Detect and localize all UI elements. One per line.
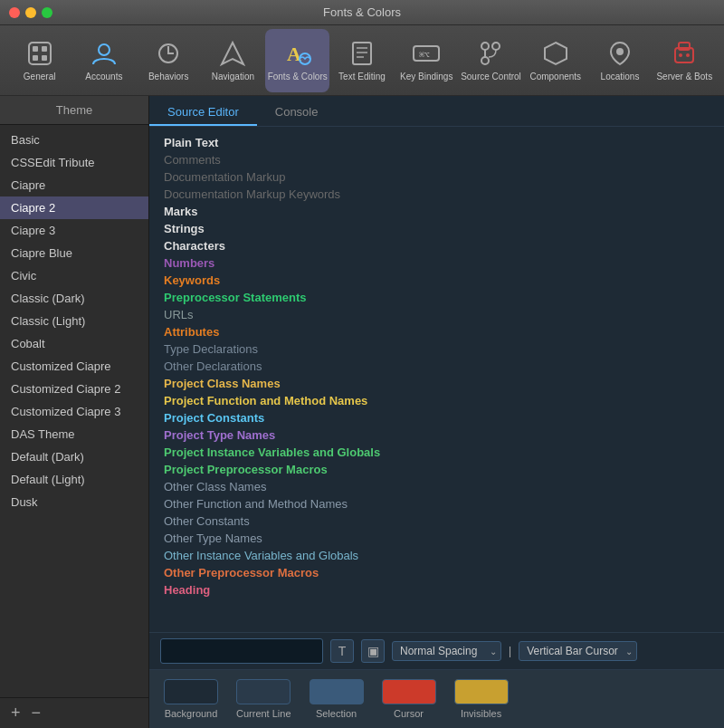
syntax-item-attributes[interactable]: Attributes xyxy=(164,323,710,340)
maximize-button[interactable] xyxy=(42,7,52,18)
syntax-item-preprocessor-statements[interactable]: Preprocessor Statements xyxy=(164,289,710,306)
syntax-item-characters[interactable]: Characters xyxy=(164,237,710,254)
swatch-label-background: Background xyxy=(165,708,218,719)
sidebar-item-das-theme[interactable]: DAS Theme xyxy=(0,423,148,445)
syntax-item-strings[interactable]: Strings xyxy=(164,220,710,237)
svg-point-21 xyxy=(679,53,682,57)
syntax-item-type-declarations[interactable]: Type Declarations xyxy=(164,340,710,358)
add-theme-button[interactable]: + xyxy=(11,704,21,723)
tab-console[interactable]: Console xyxy=(257,100,337,126)
key-bindings-icon: ⌘⌥ xyxy=(412,39,441,68)
toolbar-item-key-bindings[interactable]: ⌘⌥ Key Bindings xyxy=(395,29,459,92)
syntax-item-other-declarations[interactable]: Other Declarations xyxy=(164,358,710,375)
syntax-item-project-type-names[interactable]: Project Type Names xyxy=(164,426,710,444)
syntax-item-project-instance-variables-globals[interactable]: Project Instance Variables and Globals xyxy=(164,444,710,461)
toolbar-item-locations[interactable]: Locations xyxy=(587,29,652,92)
syntax-item-documentation-markup[interactable]: Documentation Markup xyxy=(164,168,710,186)
sidebar-item-ciapre-3[interactable]: Ciapre 3 xyxy=(0,219,148,242)
svg-point-17 xyxy=(481,57,489,64)
title-bar: Fonts & Colors xyxy=(0,0,724,25)
navigation-icon xyxy=(218,39,247,68)
syntax-item-urls[interactable]: URLs xyxy=(164,306,710,323)
toolbar-label-fonts-colors: Fonts & Colors xyxy=(268,72,328,82)
sidebar-item-cssedit-tribute[interactable]: CSSEdit Tribute xyxy=(0,151,148,174)
syntax-item-other-type-names[interactable]: Other Type Names xyxy=(164,530,710,547)
sidebar-item-customized-ciapre[interactable]: Customized Ciapre xyxy=(0,355,148,378)
syntax-item-marks[interactable]: Marks xyxy=(164,203,710,220)
syntax-item-comments[interactable]: Comments xyxy=(164,151,710,168)
sidebar-item-classic-light[interactable]: Classic (Light) xyxy=(0,310,148,332)
sidebar-item-customized-ciapre-3[interactable]: Customized Ciapre 3 xyxy=(0,400,148,423)
svg-point-16 xyxy=(492,43,500,50)
syntax-item-numbers[interactable]: Numbers xyxy=(164,254,710,272)
sidebar-item-ciapre-blue[interactable]: Ciapre Blue xyxy=(0,242,148,264)
toolbar-item-behaviors[interactable]: Behaviors xyxy=(137,29,201,92)
spacing-select[interactable]: Normal SpacingTight SpacingRelaxed Spaci… xyxy=(392,641,501,661)
syntax-item-other-function-method-names[interactable]: Other Function and Method Names xyxy=(164,495,710,512)
svg-rect-0 xyxy=(29,43,51,64)
syntax-list: Plain TextCommentsDocumentation MarkupDo… xyxy=(149,127,724,632)
cursor-select-wrapper: Vertical Bar CursorBlock CursorUnderline… xyxy=(519,641,637,661)
cursor-select[interactable]: Vertical Bar CursorBlock CursorUnderline… xyxy=(519,641,637,661)
font-icon-button[interactable]: T xyxy=(330,639,354,663)
sidebar-item-cobalt[interactable]: Cobalt xyxy=(0,332,148,355)
remove-theme-button[interactable]: − xyxy=(32,704,42,723)
svg-rect-9 xyxy=(353,43,371,64)
toolbar-item-fonts-colors[interactable]: A Fonts & Colors xyxy=(265,29,329,92)
tab-source-editor[interactable]: Source Editor xyxy=(149,100,257,126)
syntax-item-other-preprocessor-macros[interactable]: Other Preprocessor Macros xyxy=(164,564,710,581)
syntax-item-project-preprocessor-macros[interactable]: Project Preprocessor Macros xyxy=(164,461,710,478)
toolbar-item-navigation[interactable]: Navigation xyxy=(201,29,265,92)
swatch-label-cursor: Cursor xyxy=(394,708,424,719)
syntax-item-project-constants[interactable]: Project Constants xyxy=(164,409,710,426)
syntax-item-other-instance-variables-globals[interactable]: Other Instance Variables and Globals xyxy=(164,547,710,564)
sidebar: Theme BasicCSSEdit TributeCiapreCiapre 2… xyxy=(0,96,149,728)
sidebar-item-default-dark[interactable]: Default (Dark) xyxy=(0,445,148,468)
swatch-selection[interactable]: Selection xyxy=(310,679,364,719)
syntax-item-project-function-method-names[interactable]: Project Function and Method Names xyxy=(164,392,710,409)
sidebar-item-ciapre-2[interactable]: Ciapre 2 xyxy=(0,196,148,219)
behaviors-icon xyxy=(154,39,183,68)
swatch-current-line[interactable]: Current Line xyxy=(236,679,291,719)
toolbar-item-accounts[interactable]: Accounts xyxy=(71,29,136,92)
panel-tabs: Source EditorConsole xyxy=(149,96,724,127)
sidebar-item-ciapre[interactable]: Ciapre xyxy=(0,174,148,196)
swatch-color-current-line xyxy=(236,679,291,704)
svg-rect-4 xyxy=(42,55,47,61)
fonts-colors-icon: A xyxy=(283,39,312,68)
syntax-item-keywords[interactable]: Keywords xyxy=(164,272,710,289)
syntax-item-heading[interactable]: Heading xyxy=(164,581,710,599)
minimize-button[interactable] xyxy=(25,7,36,18)
toolbar-label-navigation: Navigation xyxy=(212,72,254,82)
sidebar-item-default-light[interactable]: Default (Light) xyxy=(0,468,148,491)
swatch-color-selection xyxy=(310,679,364,704)
toolbar-item-server-bots[interactable]: Server & Bots xyxy=(653,29,717,92)
syntax-item-project-class-names[interactable]: Project Class Names xyxy=(164,375,710,392)
toolbar-item-source-control[interactable]: Source Control xyxy=(459,29,523,92)
components-icon xyxy=(541,39,570,68)
syntax-item-other-constants[interactable]: Other Constants xyxy=(164,512,710,530)
syntax-item-documentation-markup-keywords[interactable]: Documentation Markup Keywords xyxy=(164,186,710,203)
sidebar-item-customized-ciapre-2[interactable]: Customized Ciapre 2 xyxy=(0,378,148,400)
svg-point-18 xyxy=(616,48,624,55)
sidebar-item-civic[interactable]: Civic xyxy=(0,264,148,287)
size-icon-button[interactable]: ▣ xyxy=(361,639,385,663)
swatch-invisibles[interactable]: Invisibles xyxy=(454,679,509,719)
svg-rect-3 xyxy=(33,55,38,61)
window-title: Fonts & Colors xyxy=(323,5,401,19)
sidebar-item-dusk[interactable]: Dusk xyxy=(0,491,148,513)
syntax-item-plain-text[interactable]: Plain Text xyxy=(164,134,710,151)
syntax-item-other-class-names[interactable]: Other Class Names xyxy=(164,478,710,495)
swatch-background[interactable]: Background xyxy=(164,679,218,719)
sidebar-item-basic[interactable]: Basic xyxy=(0,129,148,151)
toolbar-label-source-control: Source Control xyxy=(461,72,521,82)
spacing-select-wrapper: Normal SpacingTight SpacingRelaxed Spaci… xyxy=(392,641,501,661)
toolbar-item-components[interactable]: Components xyxy=(523,29,587,92)
toolbar-label-server-bots: Server & Bots xyxy=(656,72,712,82)
close-button[interactable] xyxy=(9,7,20,18)
sidebar-item-classic-dark[interactable]: Classic (Dark) xyxy=(0,287,148,310)
general-icon xyxy=(25,39,54,68)
toolbar-item-general[interactable]: General xyxy=(7,29,71,92)
swatch-cursor[interactable]: Cursor xyxy=(382,679,436,719)
toolbar-item-text-editing[interactable]: Text Editing xyxy=(329,29,394,92)
